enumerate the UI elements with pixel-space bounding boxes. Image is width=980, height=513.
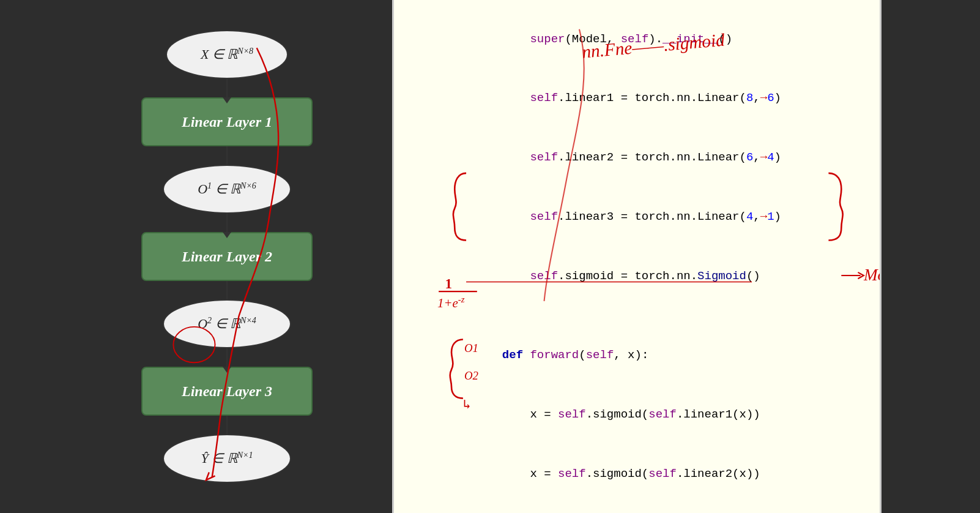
arrow-1 [226, 79, 228, 97]
code-forward-2: x = self.sigmoid(self.linear2(x)) [418, 444, 855, 504]
code-forward-3: x = self.sigmoid(self.linear3(x)) [418, 504, 855, 513]
arrow-3 [226, 214, 228, 232]
code-super: super(Model, self).__init__() [418, 9, 855, 69]
ll2-label: Linear Layer 2 [182, 249, 272, 265]
ll1-label: Linear Layer 1 [182, 114, 272, 130]
code-linear1: self.linear1 = torch.nn.Linear(8,→6) [418, 69, 855, 128]
code-sigmoid-init: self.sigmoid = torch.nn.Sigmoid() [418, 247, 855, 306]
code-linear3: self.linear3 = torch.nn.Linear(4,→1) [418, 187, 855, 247]
arrow-6 [226, 416, 228, 434]
code-init-def: def __init__(self): [418, 0, 855, 9]
ll3-label: Linear Layer 3 [182, 383, 272, 400]
code-panel: nn.Fne——.sigmoid 1 1+e-z Model O1 O2 ↳ [392, 0, 882, 513]
main-container: X ∈ ℝN×8 Linear Layer 1 O1 ∈ ℝN×6 Linear… [0, 0, 980, 513]
code-blank-2 [418, 306, 855, 326]
flowchart: X ∈ ℝN×8 Linear Layer 1 O1 ∈ ℝN×6 Linear… [98, 30, 355, 483]
code-forward-def: def forward(self, x): [418, 326, 855, 385]
code-linear2: self.linear2 = torch.nn.Linear(6,→4) [418, 128, 855, 187]
output-label: Ŷ ∈ ℝN×1 [201, 451, 253, 466]
linear-layer-3: Linear Layer 3 [141, 367, 313, 416]
output-node: Ŷ ∈ ℝN×1 [163, 434, 291, 483]
arrow-2 [226, 146, 228, 165]
linear-layer-2: Linear Layer 2 [141, 232, 313, 281]
input-label: X ∈ ℝN×8 [201, 47, 253, 62]
code-content: import torch class Model(torch.nn.Module… [418, 0, 855, 513]
o1-node: O1 ∈ ℝN×6 [163, 165, 291, 214]
o1-label: O1 ∈ ℝN×6 [198, 181, 256, 197]
input-node: X ∈ ℝN×8 [166, 30, 288, 79]
o2-label: O2 ∈ ℝN×4 [198, 316, 256, 332]
linear-layer-1: Linear Layer 1 [141, 97, 313, 146]
arrow-5 [226, 348, 228, 367]
svg-text:Model: Model [863, 266, 880, 285]
arrow-4 [226, 281, 228, 299]
code-forward-1: x = self.sigmoid(self.linear1(x)) [418, 385, 855, 444]
o2-node: O2 ∈ ℝN×4 [163, 299, 291, 348]
